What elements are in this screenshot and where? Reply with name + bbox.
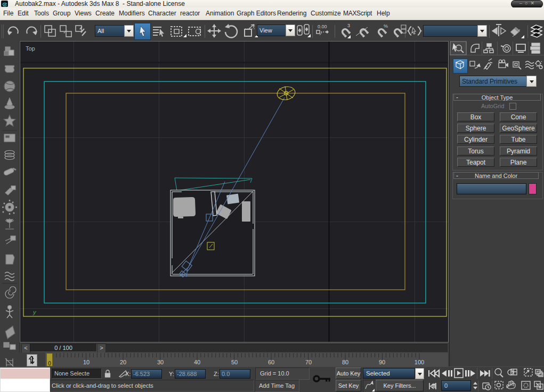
svg-text:50: 50 <box>231 359 238 365</box>
svg-text:%: % <box>384 23 388 29</box>
svg-text:80: 80 <box>342 359 348 365</box>
svg-text:20: 20 <box>120 359 126 365</box>
svg-text:3: 3 <box>347 23 350 28</box>
svg-text:y: y <box>33 309 37 315</box>
svg-text:60: 60 <box>268 359 274 365</box>
svg-text:Top: Top <box>26 45 35 52</box>
svg-text:40: 40 <box>194 359 200 365</box>
svg-text:70: 70 <box>305 359 312 365</box>
svg-text:100: 100 <box>415 359 424 365</box>
svg-text:0.00: 0.00 <box>318 24 327 29</box>
svg-text:30: 30 <box>157 359 164 365</box>
svg-text:10: 10 <box>83 359 90 365</box>
svg-text:90: 90 <box>379 359 385 365</box>
